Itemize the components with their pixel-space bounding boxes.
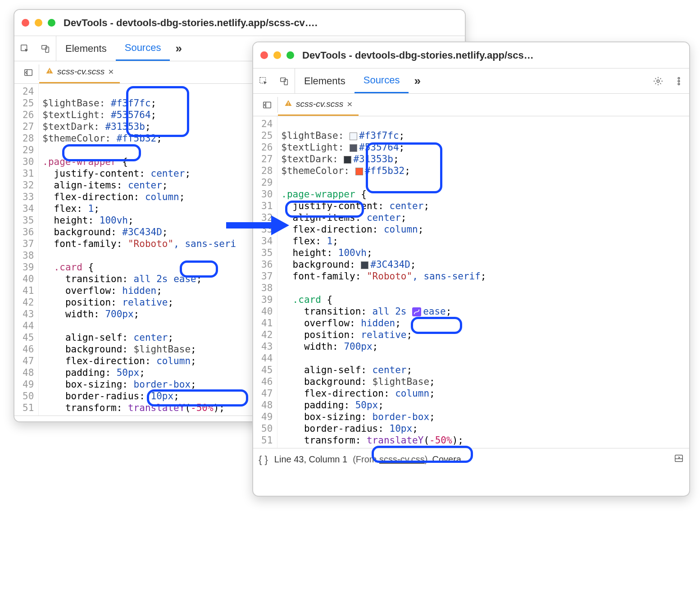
svg-rect-15 bbox=[288, 105, 289, 105]
navigator-toggle-icon[interactable] bbox=[257, 100, 277, 110]
format-code-icon[interactable]: { } bbox=[259, 454, 268, 466]
traffic-lights bbox=[260, 51, 294, 59]
coverage-label: Covera bbox=[432, 454, 461, 465]
tab-sources[interactable]: Sources bbox=[355, 69, 409, 93]
svg-rect-5 bbox=[49, 72, 50, 73]
code-editor[interactable]: 2425262728293031323334353637383940414243… bbox=[253, 116, 689, 448]
coverage-label: Cove bbox=[203, 422, 224, 422]
kebab-menu-icon[interactable] bbox=[668, 69, 689, 93]
source-content: $lightBase: #f3f7fc; $textLight: #535764… bbox=[39, 84, 236, 416]
line-gutter: 2425262728293031323334353637383940414243… bbox=[14, 84, 39, 416]
warning-icon bbox=[284, 99, 292, 109]
tab-elements[interactable]: Elements bbox=[295, 69, 355, 93]
tab-overflow-icon[interactable]: » bbox=[170, 36, 187, 61]
color-swatch[interactable] bbox=[355, 168, 363, 175]
minimize-window-button[interactable] bbox=[273, 51, 281, 59]
color-swatch[interactable] bbox=[361, 261, 368, 269]
maximize-window-button[interactable] bbox=[286, 51, 294, 59]
line-gutter: 2425262728293031323334353637383940414243… bbox=[253, 116, 277, 448]
file-tab[interactable]: scss-cv.scss × bbox=[278, 94, 359, 116]
file-name: scss-cv.scss bbox=[57, 67, 105, 77]
navigator-toggle-icon[interactable] bbox=[18, 68, 39, 78]
format-code-icon[interactable]: { } bbox=[20, 421, 29, 423]
cursor-position: Line 50, Column 33 bbox=[36, 422, 114, 422]
device-toggle-icon[interactable] bbox=[35, 36, 56, 61]
maximize-window-button[interactable] bbox=[48, 19, 55, 27]
svg-rect-2 bbox=[45, 47, 49, 52]
show-console-icon[interactable] bbox=[674, 453, 684, 466]
window-title: DevTools - devtools-dbg-stories.netlify.… bbox=[302, 50, 534, 61]
window-title: DevTools - devtools-dbg-stories.netlify.… bbox=[64, 17, 318, 29]
color-swatch[interactable] bbox=[350, 144, 357, 152]
file-tabbar: scss-cv.scss × bbox=[253, 94, 689, 116]
source-content: $lightBase: #f3f7fc; $textLight: #535764… bbox=[277, 116, 486, 448]
sourcemap-label: (From scss-cv.css) bbox=[353, 454, 427, 465]
color-swatch[interactable] bbox=[350, 132, 357, 140]
sourcemap-link[interactable]: scss-cv.css bbox=[379, 454, 425, 464]
panel-tabbar: Elements Sources » bbox=[253, 69, 689, 94]
warning-icon bbox=[45, 67, 54, 77]
svg-point-12 bbox=[678, 83, 680, 85]
close-window-button[interactable] bbox=[22, 19, 29, 27]
tab-sources[interactable]: Sources bbox=[116, 36, 170, 61]
tab-elements[interactable]: Elements bbox=[56, 36, 116, 61]
settings-icon[interactable] bbox=[648, 69, 668, 93]
sourcemap-link[interactable]: scss-cv.css bbox=[148, 422, 194, 422]
svg-rect-4 bbox=[49, 70, 50, 72]
color-swatch[interactable] bbox=[344, 156, 351, 164]
traffic-lights bbox=[22, 19, 55, 27]
status-bar: { } Line 43, Column 1 (From scss-cv.css)… bbox=[253, 448, 689, 471]
close-tab-icon[interactable]: × bbox=[347, 99, 352, 110]
close-window-button[interactable] bbox=[260, 51, 268, 59]
bezier-editor-icon[interactable] bbox=[412, 307, 421, 316]
tab-overflow-icon[interactable]: » bbox=[409, 69, 426, 93]
svg-point-11 bbox=[678, 80, 680, 82]
window-titlebar: DevTools - devtools-dbg-stories.netlify.… bbox=[14, 10, 465, 36]
inspect-element-icon[interactable] bbox=[14, 36, 35, 61]
svg-rect-8 bbox=[284, 79, 287, 85]
file-name: scss-cv.scss bbox=[296, 99, 343, 109]
close-tab-icon[interactable]: × bbox=[108, 66, 114, 77]
inspect-element-icon[interactable] bbox=[253, 69, 274, 93]
svg-rect-14 bbox=[288, 102, 289, 104]
minimize-window-button[interactable] bbox=[35, 19, 42, 27]
file-tab[interactable]: scss-cv.scss × bbox=[39, 61, 120, 83]
sourcemap-label: (From scss-cv.css) bbox=[122, 422, 196, 422]
svg-point-10 bbox=[678, 77, 680, 79]
device-toggle-icon[interactable] bbox=[274, 69, 295, 93]
svg-point-9 bbox=[657, 80, 659, 82]
cursor-position: Line 43, Column 1 bbox=[274, 454, 347, 465]
window-titlebar: DevTools - devtools-dbg-stories.netlify.… bbox=[253, 42, 689, 69]
devtools-window-after: DevTools - devtools-dbg-stories.netlify.… bbox=[252, 41, 690, 497]
